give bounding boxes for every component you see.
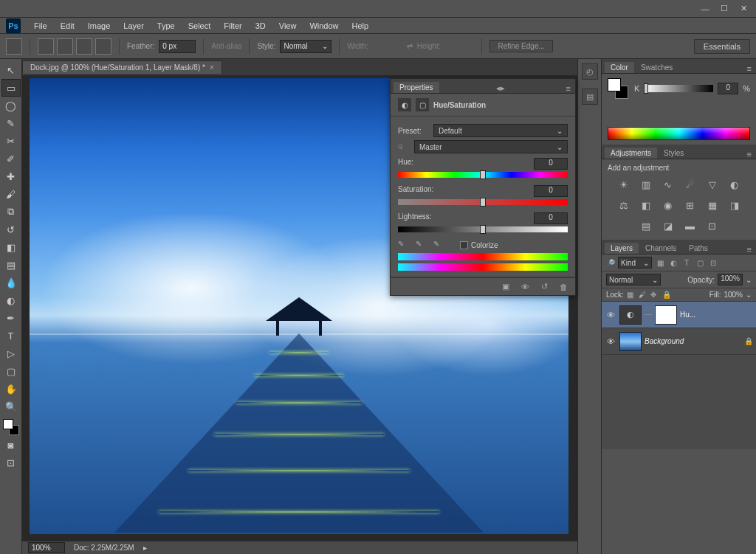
lock-paint-icon[interactable]: 🖌 (639, 291, 647, 299)
properties-panel[interactable]: Properties ◂▸ ≡ ◐ ▢ Hue/Saturation Prese… (390, 78, 576, 296)
channel-select[interactable]: Master⌄ (414, 140, 568, 153)
window-maximize-button[interactable]: ☐ (716, 4, 732, 14)
brush-tool[interactable]: 🖌 (2, 186, 20, 202)
feather-input[interactable] (159, 40, 196, 53)
tab-paths[interactable]: Paths (683, 243, 714, 254)
hand-tool[interactable]: ✋ (2, 381, 20, 397)
mask-type-icon[interactable]: ▢ (416, 98, 429, 111)
menu-file[interactable]: File (28, 20, 53, 32)
adj-photo-filter-icon[interactable]: ◉ (661, 198, 676, 212)
view-previous-icon[interactable]: 👁 (519, 281, 531, 293)
visibility-icon[interactable]: 👁 (605, 337, 616, 346)
lasso-tool[interactable]: ◯ (2, 97, 20, 114)
screen-mode-tool[interactable]: ⊡ (2, 454, 20, 471)
adj-vibrance-icon[interactable]: ▽ (705, 178, 720, 191)
quick-mask-tool[interactable]: ◙ (2, 437, 20, 453)
eyedropper-add-icon[interactable]: ✎ (416, 240, 426, 250)
document-tab[interactable]: Dock.jpg @ 100% (Hue/Saturation 1, Layer… (22, 60, 222, 74)
status-arrow-icon[interactable]: ▸ (143, 544, 147, 552)
filter-smart-icon[interactable]: ⊡ (708, 257, 718, 268)
panel-menu-icon[interactable]: ≡ (743, 150, 756, 159)
adj-selective-color-icon[interactable]: ⊡ (705, 219, 720, 232)
adj-curves-icon[interactable]: ∿ (661, 178, 676, 191)
layer-mask-thumb[interactable] (655, 305, 677, 325)
style-select[interactable]: Normal⌄ (280, 40, 331, 53)
selection-intersect-icon[interactable] (95, 38, 111, 55)
selection-subtract-icon[interactable] (76, 38, 92, 55)
marquee-tool[interactable]: ▭ (2, 80, 20, 96)
menu-view[interactable]: View (273, 20, 303, 32)
menu-window[interactable]: Window (303, 20, 344, 32)
k-value[interactable]: 0 (718, 83, 738, 94)
clone-stamp-tool[interactable]: ⧉ (2, 204, 20, 220)
reset-icon[interactable]: ↺ (538, 281, 550, 293)
adj-posterize-icon[interactable]: ▤ (639, 219, 653, 232)
eraser-tool[interactable]: ◧ (2, 239, 20, 255)
lock-all-icon[interactable]: 🔒 (662, 291, 671, 299)
filter-kind-select[interactable]: Kind⌄ (618, 257, 652, 269)
path-select-tool[interactable]: ▷ (2, 345, 20, 361)
adj-exposure-icon[interactable]: ☄ (683, 178, 698, 191)
panel-menu-icon[interactable]: ≡ (743, 245, 756, 254)
tab-color[interactable]: Color (605, 62, 634, 73)
quick-select-tool[interactable]: ✎ (2, 115, 20, 131)
visibility-icon[interactable]: 👁 (605, 311, 616, 319)
menu-filter[interactable]: Filter (218, 20, 247, 32)
layer-thumb[interactable] (619, 332, 642, 351)
healing-brush-tool[interactable]: ✚ (2, 168, 20, 184)
hue-value[interactable]: 0 (534, 158, 568, 170)
tab-channels[interactable]: Channels (639, 243, 682, 254)
delete-adjustment-icon[interactable]: 🗑 (557, 281, 569, 293)
filter-adjust-icon[interactable]: ◐ (668, 257, 678, 268)
history-panel-icon[interactable]: ◴ (582, 63, 598, 80)
menu-image[interactable]: Image (82, 20, 117, 32)
close-tab-icon[interactable]: × (210, 63, 214, 72)
hue-slider[interactable] (398, 172, 568, 178)
eyedropper-tool[interactable]: ✐ (2, 150, 20, 167)
filter-shape-icon[interactable]: ▢ (695, 257, 705, 268)
filter-type-icon[interactable]: T (681, 257, 692, 268)
colorize-checkbox[interactable] (460, 241, 468, 249)
lock-trans-icon[interactable]: ▦ (627, 291, 636, 299)
blur-tool[interactable]: 💧 (2, 274, 20, 291)
adj-threshold-icon[interactable]: ◪ (661, 219, 676, 232)
dodge-tool[interactable]: ◐ (2, 292, 20, 308)
zoom-input[interactable] (28, 542, 65, 553)
lock-pos-icon[interactable]: ✥ (650, 291, 659, 299)
adj-channel-mixer-icon[interactable]: ⊞ (683, 198, 698, 212)
lightness-value[interactable]: 0 (534, 212, 568, 224)
filter-pixel-icon[interactable]: ▦ (655, 257, 665, 268)
tab-styles[interactable]: Styles (658, 148, 690, 159)
adj-bw-icon[interactable]: ◧ (639, 198, 653, 212)
layer-adjustment-thumb[interactable]: ◐ (619, 305, 642, 325)
layer-name[interactable]: Hu... (680, 311, 753, 319)
adj-color-balance-icon[interactable]: ⚖ (616, 198, 631, 212)
adj-levels-icon[interactable]: ▥ (639, 178, 653, 191)
menu-help[interactable]: Help (346, 20, 375, 32)
menu-select[interactable]: Select (182, 20, 217, 32)
opacity-flyout-icon[interactable]: ⌄ (746, 276, 752, 284)
gradient-tool[interactable]: ▤ (2, 257, 20, 273)
crop-tool[interactable]: ✂ (2, 133, 20, 149)
workspace-switcher[interactable]: Essentials (694, 39, 750, 54)
eyedropper-icon[interactable]: ✎ (398, 240, 408, 250)
menu-edit[interactable]: Edit (55, 20, 80, 32)
lightness-slider[interactable] (398, 226, 568, 232)
menu-type[interactable]: Type (151, 20, 181, 32)
layer-name[interactable]: Background (645, 337, 741, 345)
tool-preset-picker[interactable] (6, 38, 22, 55)
k-slider-track[interactable] (644, 85, 713, 92)
tab-swatches[interactable]: Swatches (635, 62, 678, 73)
move-tool[interactable]: ↖ (2, 62, 20, 78)
hue-range-top[interactable] (398, 253, 568, 260)
history-brush-tool[interactable]: ↺ (2, 221, 20, 238)
layer-item-hue-sat[interactable]: 👁 ◐ Hu... (602, 302, 756, 328)
adj-color-lookup-icon[interactable]: ▦ (705, 198, 720, 212)
fill-value[interactable]: 100% (724, 291, 743, 299)
tab-properties[interactable]: Properties (394, 82, 439, 93)
panel-color-swatch[interactable] (608, 78, 628, 99)
selection-add-icon[interactable] (57, 38, 73, 55)
preset-select[interactable]: Default⌄ (433, 124, 568, 137)
adj-gradient-map-icon[interactable]: ▬ (683, 219, 698, 232)
layer-item-background[interactable]: 👁 Background 🔒 (602, 328, 756, 355)
